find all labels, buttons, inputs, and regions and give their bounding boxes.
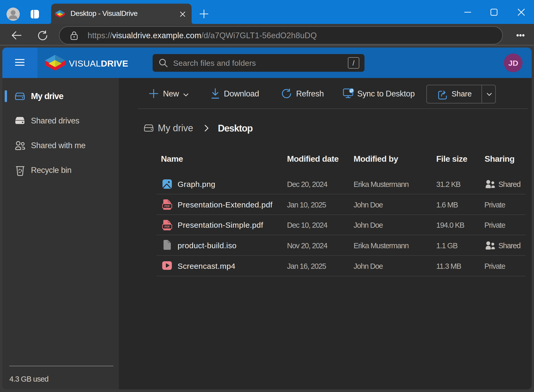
svg-text:PDF: PDF [165, 205, 170, 208]
svg-text:PDF: PDF [165, 225, 170, 228]
